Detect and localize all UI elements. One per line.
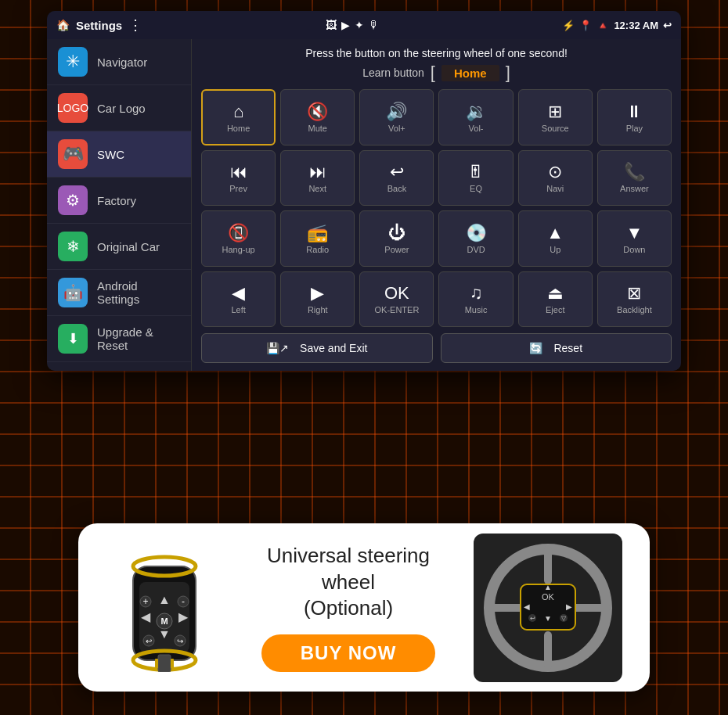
ctrl-btn-icon-up: ▲	[546, 225, 564, 242]
promo-card: ▲ ◀ ▶ ▼ M + - ↩ ↪	[78, 523, 650, 692]
ctrl-btn-icon-down: ▼	[626, 225, 643, 242]
learn-bar: Learn button [ Home ]	[201, 64, 672, 81]
ctrl-btn-hangup[interactable]: 📵Hang-up	[201, 210, 276, 267]
status-bar-right: ⚡ 📍 🔺 12:32 AM ↩	[562, 20, 672, 31]
ctrl-btn-icon-eject: ⏏	[547, 285, 564, 302]
ctrl-btn-label-vol-minus: Vol-	[469, 124, 484, 133]
ctrl-btn-label-power: Power	[384, 245, 409, 254]
ctrl-btn-label-ok-enter: OK-ENTER	[374, 305, 419, 314]
buy-now-button[interactable]: BUY NOW	[261, 634, 436, 672]
svg-text:▽: ▽	[561, 615, 567, 622]
ctrl-btn-icon-left: ◀	[232, 285, 245, 302]
ctrl-btn-backlight[interactable]: ⊠Backlight	[597, 271, 672, 328]
learn-label: Learn button	[362, 66, 424, 79]
ctrl-btn-label-back: Back	[387, 184, 406, 193]
ctrl-btn-right[interactable]: ▶Right	[280, 271, 355, 328]
swc-label: SWC	[97, 148, 124, 161]
play-icon: ▶	[341, 19, 350, 31]
ctrl-btn-label-eq: EQ	[470, 184, 482, 193]
promo-image-right: OK ▲ ▼ ◀ ▶ ↩ ▽	[470, 534, 626, 682]
svg-text:+: +	[142, 596, 148, 607]
ctrl-btn-power[interactable]: ⏻Power	[359, 210, 434, 267]
ctrl-btn-navi[interactable]: ⊙Navi	[518, 150, 593, 207]
svg-text:↪: ↪	[177, 637, 183, 645]
home-value-label: Home	[441, 65, 499, 81]
ctrl-btn-icon-vol-minus: 🔉	[466, 103, 487, 120]
ctrl-btn-radio[interactable]: 📻Radio	[280, 210, 355, 267]
ctrl-btn-next[interactable]: ⏭Next	[280, 150, 355, 207]
ctrl-btn-eject[interactable]: ⏏Eject	[518, 271, 593, 328]
ctrl-btn-home[interactable]: ⌂Home	[201, 89, 276, 146]
ctrl-btn-icon-backlight: ⊠	[627, 285, 641, 302]
ctrl-btn-label-next: Next	[308, 184, 326, 193]
time-display: 12:32 AM	[614, 20, 658, 31]
original-car-label: Original Car	[97, 240, 160, 253]
ctrl-btn-dvd[interactable]: 💿DVD	[438, 210, 513, 267]
ctrl-btn-vol-minus[interactable]: 🔉Vol-	[438, 89, 513, 146]
ctrl-btn-music[interactable]: ♫Music	[438, 271, 513, 328]
ctrl-btn-eq[interactable]: 🎚EQ	[438, 150, 513, 207]
svg-text:↩: ↩	[530, 615, 535, 622]
navigator-label: Navigator	[97, 56, 147, 69]
sidebar-item-original-car[interactable]: ❄ Original Car	[47, 224, 191, 270]
factory-icon: ⚙	[58, 185, 88, 215]
ctrl-btn-label-mute: Mute	[308, 124, 327, 133]
ctrl-btn-icon-back: ↩	[390, 163, 404, 181]
ctrl-btn-icon-hangup: 📵	[228, 225, 249, 242]
status-bar: 🏠 Settings ⋮ 🖼 ▶ ✦ 🎙 ⚡ 📍 🔺 12:32 AM ↩	[47, 11, 681, 39]
swc-icon: 🎮	[58, 139, 88, 169]
promo-text-area: Universal steering wheel(Optional) BUY N…	[243, 543, 454, 672]
navigator-icon: ✳	[58, 47, 88, 77]
svg-text:▶: ▶	[566, 602, 572, 611]
ctrl-btn-play[interactable]: ⏸Play	[597, 89, 672, 146]
svg-text:▼: ▼	[158, 627, 171, 641]
ctrl-btn-icon-mute: 🔇	[307, 103, 328, 120]
content-area: Press the button on the steering wheel o…	[192, 39, 681, 371]
mic-icon: 🎙	[369, 19, 380, 31]
car-logo-icon: LOGO	[58, 93, 88, 123]
ctrl-btn-icon-navi: ⊙	[548, 163, 562, 181]
steering-wheel-remote-image: ▲ ◀ ▶ ▼ M + - ↩ ↪	[117, 543, 211, 672]
sidebar-item-factory[interactable]: ⚙ Factory	[47, 178, 191, 224]
ctrl-btn-icon-ok-enter: OK	[384, 285, 409, 302]
ctrl-btn-source[interactable]: ⊞Source	[518, 89, 593, 146]
status-bar-left: 🏠 Settings ⋮	[56, 16, 142, 34]
svg-text:M: M	[160, 616, 168, 626]
ctrl-btn-down[interactable]: ▼Down	[597, 210, 672, 267]
more-icon[interactable]: ⋮	[128, 16, 142, 34]
svg-text:OK: OK	[542, 592, 555, 602]
back-icon[interactable]: ↩	[663, 20, 672, 31]
sidebar-item-android-settings[interactable]: 🤖 Android Settings	[47, 270, 191, 316]
svg-text:▲: ▲	[544, 583, 552, 591]
save-and-exit-button[interactable]: 💾↗Save and Exit	[201, 333, 433, 363]
ctrl-btn-label-navi: Navi	[546, 184, 564, 193]
reset-button[interactable]: 🔄Reset	[441, 333, 672, 363]
svg-text:▲: ▲	[158, 593, 171, 606]
ctrl-btn-answer[interactable]: 📞Answer	[597, 150, 672, 207]
sidebar: ✳ Navigator LOGO Car Logo 🎮 SWC ⚙ Factor…	[47, 39, 192, 371]
ctrl-btn-label-down: Down	[623, 245, 645, 254]
ctrl-btn-vol-plus[interactable]: 🔊Vol+	[359, 89, 434, 146]
svg-text:◀: ◀	[524, 602, 530, 611]
ctrl-btn-back[interactable]: ↩Back	[359, 150, 434, 207]
sidebar-item-car-logo[interactable]: LOGO Car Logo	[47, 85, 191, 131]
ctrl-btn-ok-enter[interactable]: OKOK-ENTER	[359, 271, 434, 328]
sidebar-item-upgrade-reset[interactable]: ⬇ Upgrade & Reset	[47, 316, 191, 362]
media-icon: 🖼	[326, 19, 337, 31]
ctrl-btn-icon-answer: 📞	[624, 163, 645, 181]
svg-text:▶: ▶	[178, 610, 189, 623]
ctrl-btn-mute[interactable]: 🔇Mute	[280, 89, 355, 146]
svg-text:◀: ◀	[141, 610, 151, 623]
bluetooth-icon: ✦	[355, 19, 364, 31]
original-car-icon: ❄	[58, 232, 88, 261]
home-icon[interactable]: 🏠	[56, 19, 70, 31]
ctrl-btn-left[interactable]: ◀Left	[201, 271, 276, 328]
ctrl-btn-prev[interactable]: ⏮Prev	[201, 150, 276, 207]
ctrl-btn-icon-music: ♫	[470, 285, 483, 302]
svg-text:▼: ▼	[544, 614, 552, 623]
ctrl-btn-up[interactable]: ▲Up	[518, 210, 593, 267]
sidebar-item-navigator[interactable]: ✳ Navigator	[47, 39, 191, 85]
bracket-left: [	[431, 64, 435, 81]
ctrl-btn-icon-next: ⏭	[309, 163, 326, 181]
sidebar-item-swc[interactable]: 🎮 SWC	[47, 131, 191, 178]
